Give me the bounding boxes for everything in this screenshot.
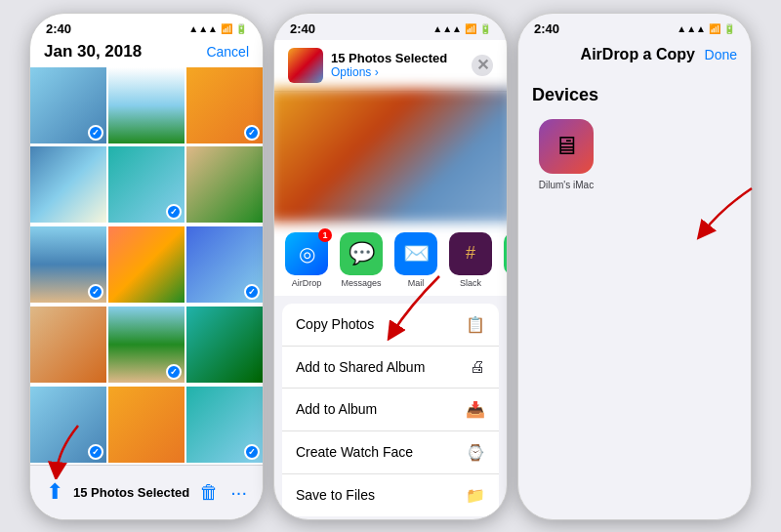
share-button[interactable]: ⬆ xyxy=(46,479,63,505)
mail-label: Mail xyxy=(408,278,425,288)
save-to-files-action[interactable]: Save to Files 📁 xyxy=(282,474,499,516)
airdrop-symbol: ◎ xyxy=(299,242,315,266)
cancel-button[interactable]: Cancel xyxy=(206,44,249,60)
device-name-label: Dilum's iMac xyxy=(539,180,594,190)
status-bar-1: 2:40 ▲▲▲ 📶 🔋 xyxy=(30,14,263,40)
airdrop-content: Devices 🖥 Dilum's iMac xyxy=(518,69,751,206)
time-2: 2:40 xyxy=(290,21,315,36)
signal-icon: ▲▲▲ xyxy=(188,23,218,34)
airdrop-title: AirDrop a Copy xyxy=(581,46,695,63)
selected-count: 15 Photos Selected xyxy=(73,485,189,500)
app-airdrop[interactable]: ◎ 1 AirDrop xyxy=(282,232,331,288)
app-slack[interactable]: # Slack xyxy=(446,232,495,288)
photo-cell[interactable] xyxy=(30,387,106,463)
options-button[interactable]: Options › xyxy=(331,65,447,79)
add-shared-album-label: Add to Shared Album xyxy=(296,359,425,375)
photos-count: 15 Photos Selected xyxy=(331,51,447,65)
whatsapp-icon[interactable]: 📱 xyxy=(504,232,507,275)
photo-cell[interactable] xyxy=(108,307,185,383)
date-label: Jan 30, 2018 xyxy=(44,42,142,61)
add-to-album-action[interactable]: Add to Album 📥 xyxy=(282,389,499,431)
status-bar-3: 2:40 ▲▲▲ 📶 🔋 xyxy=(518,14,751,40)
app-messages[interactable]: 💬 Messages xyxy=(337,232,386,288)
airdrop-label: AirDrop xyxy=(292,278,322,288)
status-icons-1: ▲▲▲ 📶 🔋 xyxy=(188,23,247,34)
photos-header: Jan 30, 2018 Cancel xyxy=(30,40,263,67)
bottom-bar: ⬆ 15 Photos Selected 🗑 ··· xyxy=(30,465,263,519)
save-to-files-label: Save to Files xyxy=(296,487,375,503)
airdrop-header: AirDrop a Copy Done xyxy=(518,40,751,69)
devices-label: Devices xyxy=(532,85,737,105)
share-apps-row: ◎ 1 AirDrop 💬 Messages ✉️ Mail xyxy=(274,221,507,296)
wifi-icon: 📶 xyxy=(465,23,476,34)
add-to-album-label: Add to Album xyxy=(296,401,377,417)
status-icons-2: ▲▲▲ 📶 🔋 xyxy=(432,23,491,34)
photo-cell[interactable] xyxy=(108,146,185,223)
photo-grid xyxy=(30,67,263,465)
photo-cell[interactable] xyxy=(186,387,263,463)
device-imac[interactable]: 🖥 Dilum's iMac xyxy=(532,119,600,190)
time-1: 2:40 xyxy=(46,21,71,36)
add-to-album-icon: 📥 xyxy=(466,400,485,419)
mail-symbol: ✉️ xyxy=(403,241,430,266)
battery-icon: 🔋 xyxy=(235,23,247,34)
slack-icon[interactable]: # xyxy=(449,232,492,275)
photo-cell[interactable] xyxy=(186,226,263,303)
photo-cell[interactable] xyxy=(108,387,185,463)
battery-icon: 🔋 xyxy=(723,23,735,34)
close-button[interactable]: ✕ xyxy=(472,55,493,76)
photo-cell[interactable] xyxy=(30,226,106,303)
copy-photos-action[interactable]: Copy Photos 📋 xyxy=(282,304,499,347)
app-whatsapp[interactable]: 📱 Wh... xyxy=(501,232,507,288)
photo-cell[interactable] xyxy=(108,226,185,303)
messages-symbol: 💬 xyxy=(349,241,375,266)
photo-cell[interactable] xyxy=(108,67,185,143)
screen1-phone: 2:40 ▲▲▲ 📶 🔋 Jan 30, 2018 Cancel xyxy=(29,13,264,520)
add-shared-album-action[interactable]: Add to Shared Album 🖨 xyxy=(282,347,499,389)
app-mail[interactable]: ✉️ Mail xyxy=(391,232,440,288)
signal-icon: ▲▲▲ xyxy=(677,23,706,34)
create-watch-face-action[interactable]: Create Watch Face ⌚ xyxy=(282,431,499,474)
airdrop-badge: 1 xyxy=(318,228,332,242)
save-to-files-icon: 📁 xyxy=(466,486,485,505)
status-bar-2: 2:40 ▲▲▲ 📶 🔋 xyxy=(274,14,507,40)
create-watch-face-label: Create Watch Face xyxy=(296,444,413,460)
photo-cell[interactable] xyxy=(30,146,106,223)
action-icons: 🗑 ··· xyxy=(199,481,247,504)
photo-cell[interactable] xyxy=(30,307,106,383)
trash-button[interactable]: 🗑 xyxy=(199,481,219,504)
photo-cell[interactable] xyxy=(30,67,106,143)
slack-symbol: # xyxy=(466,243,475,264)
screen2-phone: 2:40 ▲▲▲ 📶 🔋 15 Photos Selected Options … xyxy=(273,13,508,520)
add-shared-album-icon: 🖨 xyxy=(470,358,485,376)
create-watch-face-icon: ⌚ xyxy=(466,443,485,462)
mail-icon[interactable]: ✉️ xyxy=(394,232,437,275)
photo-cell[interactable] xyxy=(186,146,263,223)
messages-icon[interactable]: 💬 xyxy=(340,232,383,275)
imac-icon[interactable]: 🖥 xyxy=(539,119,594,174)
more-button[interactable]: ··· xyxy=(230,481,247,504)
photo-cell[interactable] xyxy=(186,307,263,383)
battery-icon: 🔋 xyxy=(479,23,491,34)
copy-photos-icon: 📋 xyxy=(466,315,485,334)
wifi-icon: 📶 xyxy=(709,23,720,34)
slack-label: Slack xyxy=(460,278,481,288)
status-icons-3: ▲▲▲ 📶 🔋 xyxy=(677,23,735,34)
messages-label: Messages xyxy=(341,278,381,288)
airdrop-icon[interactable]: ◎ 1 xyxy=(285,232,328,275)
share-title-area: 15 Photos Selected Options › xyxy=(331,51,447,79)
share-actions-list: Copy Photos 📋 Add to Shared Album 🖨 Add … xyxy=(282,304,499,516)
share-preview-image xyxy=(273,88,508,222)
share-header-left: 15 Photos Selected Options › xyxy=(288,48,447,83)
imac-symbol: 🖥 xyxy=(554,131,579,161)
share-thumbnail xyxy=(288,48,323,83)
copy-photos-label: Copy Photos xyxy=(296,316,374,332)
photo-cell[interactable] xyxy=(186,67,263,143)
signal-icon: ▲▲▲ xyxy=(432,23,462,34)
time-3: 2:40 xyxy=(534,21,559,36)
share-sheet-header: 15 Photos Selected Options › ✕ xyxy=(274,40,507,92)
done-button[interactable]: Done xyxy=(705,47,737,62)
screen3-phone: 2:40 ▲▲▲ 📶 🔋 AirDrop a Copy Done Devices… xyxy=(517,13,752,520)
wifi-icon: 📶 xyxy=(221,23,232,34)
